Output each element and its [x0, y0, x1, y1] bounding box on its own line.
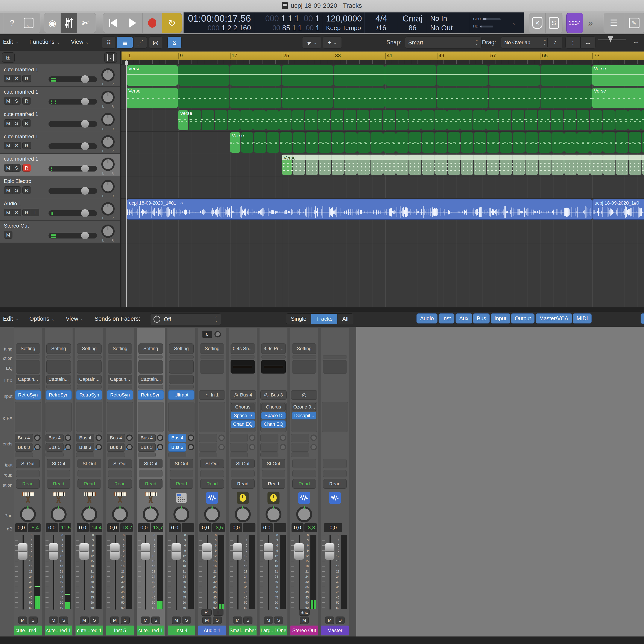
- region-loop-cell[interactable]: [513, 132, 525, 153]
- output-slot[interactable]: St Out: [170, 459, 193, 468]
- list-view-icon[interactable]: ≣: [117, 36, 133, 49]
- send-knob[interactable]: [65, 444, 71, 450]
- track-s-button[interactable]: S: [12, 120, 21, 127]
- strip-bnc-button[interactable]: Bnc: [299, 609, 310, 616]
- strip-name-plate[interactable]: Inst 4: [168, 626, 195, 635]
- group-slot[interactable]: [323, 470, 347, 477]
- channel-strip[interactable]: 0Setting○In 1St OutRead0,0-3,50369121518…: [198, 328, 226, 636]
- cycle-button[interactable]: ↻: [162, 13, 182, 33]
- track-pan-knob[interactable]: [101, 91, 115, 104]
- output-slot[interactable]: St Out: [16, 459, 40, 468]
- strip-m-button[interactable]: M: [49, 617, 58, 624]
- automation-mode-slot[interactable]: Read: [47, 479, 70, 489]
- track-pan-knob[interactable]: [101, 68, 115, 82]
- volume-db-value[interactable]: 0,0: [230, 523, 242, 532]
- volume-db-value[interactable]: 0,0: [169, 523, 181, 532]
- mixer-filter-midi[interactable]: MIDI: [573, 313, 592, 324]
- track-m-button[interactable]: M: [4, 142, 12, 149]
- region-loop-cell[interactable]: [422, 132, 434, 153]
- mixer-view-tracks[interactable]: Tracks: [311, 314, 337, 324]
- track-header[interactable]: cute manfred 1MSRLR: [0, 154, 120, 176]
- group-slot[interactable]: [139, 470, 163, 477]
- region-loop-cell[interactable]: [473, 110, 485, 130]
- output-slot[interactable]: St Out: [231, 459, 255, 468]
- pan-knob[interactable]: [235, 506, 251, 522]
- mixer-menu-view[interactable]: View⌄: [66, 316, 84, 322]
- eq-thumbnail[interactable]: [108, 360, 132, 374]
- region-loop-cell[interactable]: [230, 65, 281, 86]
- solo-s-icon[interactable]: S: [546, 13, 562, 33]
- region-loop-cell[interactable]: [383, 132, 396, 153]
- strip-m-button[interactable]: M: [300, 617, 309, 624]
- region-loop-cell[interactable]: [629, 132, 641, 153]
- track-volume-slider[interactable]: [49, 143, 97, 149]
- region-loop-cell[interactable]: [280, 132, 292, 153]
- strip-m-button[interactable]: M: [172, 617, 181, 624]
- input-slot[interactable]: RetroSyn: [107, 390, 133, 400]
- track-s-button[interactable]: S: [12, 187, 21, 194]
- send-slot[interactable]: Bus 4: [168, 434, 186, 442]
- track-volume-thumb[interactable]: [81, 165, 89, 172]
- track-volume-thumb[interactable]: [81, 75, 89, 83]
- track-m-button[interactable]: M: [4, 97, 12, 105]
- input-slot[interactable]: ◎Bus 3: [260, 390, 287, 400]
- track-header[interactable]: Stereo OutMLR: [0, 221, 120, 243]
- send-slot[interactable]: Bus 4: [138, 434, 156, 442]
- region-loop-cell[interactable]: [526, 132, 538, 153]
- region-loop-cell[interactable]: [409, 132, 421, 153]
- send-slot-empty[interactable]: [199, 434, 217, 442]
- track-volume-thumb[interactable]: [81, 120, 89, 128]
- region-loop-cell[interactable]: [344, 110, 356, 130]
- region-loop-cell[interactable]: [603, 132, 615, 153]
- play-button[interactable]: [123, 13, 143, 33]
- strip-name-plate[interactable]: cute...red 1: [14, 626, 42, 635]
- send-knob[interactable]: [157, 444, 163, 450]
- strip-s-button[interactable]: S: [29, 617, 38, 624]
- send-slot-empty[interactable]: [230, 443, 248, 452]
- region-loop-cell[interactable]: [202, 110, 214, 130]
- midi-region[interactable]: Verse: [592, 88, 644, 108]
- region-loop-cell[interactable]: [409, 110, 421, 130]
- midi-fx-extra-slot[interactable]: [46, 385, 71, 389]
- track-pan-knob[interactable]: [101, 113, 115, 126]
- more-chevrons-icon[interactable]: »: [588, 18, 593, 28]
- track-volume-thumb[interactable]: [81, 232, 89, 239]
- send-knob[interactable]: [188, 434, 194, 441]
- region-loop-cell[interactable]: [489, 88, 540, 108]
- track-s-button[interactable]: S: [12, 97, 21, 105]
- strip-name-plate[interactable]: Smal...mber: [229, 626, 257, 635]
- setting-button[interactable]: Setting: [292, 343, 316, 354]
- send-slot[interactable]: Bus 3: [15, 443, 33, 452]
- region-loop-cell[interactable]: [228, 110, 240, 130]
- record-button[interactable]: [143, 13, 162, 33]
- input-slot[interactable]: RetroSyn: [15, 390, 41, 400]
- region-loop-cell[interactable]: [266, 110, 279, 130]
- midi-fx-slot[interactable]: [169, 375, 194, 384]
- input-slot[interactable]: RetroSyn: [138, 390, 164, 400]
- region-loop-cell[interactable]: [293, 132, 305, 153]
- send-slot-empty[interactable]: [199, 443, 217, 452]
- volume-db-value[interactable]: 0,0: [107, 523, 119, 532]
- audio-fx-area[interactable]: [138, 402, 164, 432]
- track-volume-slider[interactable]: [49, 76, 97, 82]
- add-track-icon[interactable]: ⊞: [2, 52, 15, 63]
- sends-on-faders-dropdown[interactable]: Off ⌃⌄: [150, 313, 221, 325]
- strip-s-button[interactable]: S: [213, 617, 222, 624]
- audio-fx-area[interactable]: [107, 402, 133, 432]
- eq-thumbnail[interactable]: [261, 360, 286, 374]
- strip-name-plate[interactable]: Larg...l One: [260, 626, 287, 635]
- mixer-view-all[interactable]: All: [337, 314, 353, 324]
- strip-i-button[interactable]: I: [213, 609, 223, 616]
- channel-strip[interactable]: 3.9s Pri...◎Bus 3ChorusSpace DChan EQSt …: [260, 328, 287, 636]
- smart-controls-icon[interactable]: ◉: [44, 13, 61, 33]
- region-loop-cell[interactable]: [577, 110, 589, 130]
- strip-m-button[interactable]: M: [110, 617, 119, 624]
- track-m-button[interactable]: M: [4, 231, 12, 239]
- audio-fx-slot[interactable]: Space D: [261, 412, 286, 419]
- region-loop-cell[interactable]: [178, 88, 229, 108]
- strip-s-button[interactable]: S: [121, 617, 130, 624]
- track-m-button[interactable]: M: [4, 187, 12, 194]
- send-slot[interactable]: Bus 3: [107, 443, 125, 452]
- lcd-io[interactable]: No In No Out: [427, 12, 470, 33]
- strip-name-plate[interactable]: Inst 5: [106, 626, 134, 635]
